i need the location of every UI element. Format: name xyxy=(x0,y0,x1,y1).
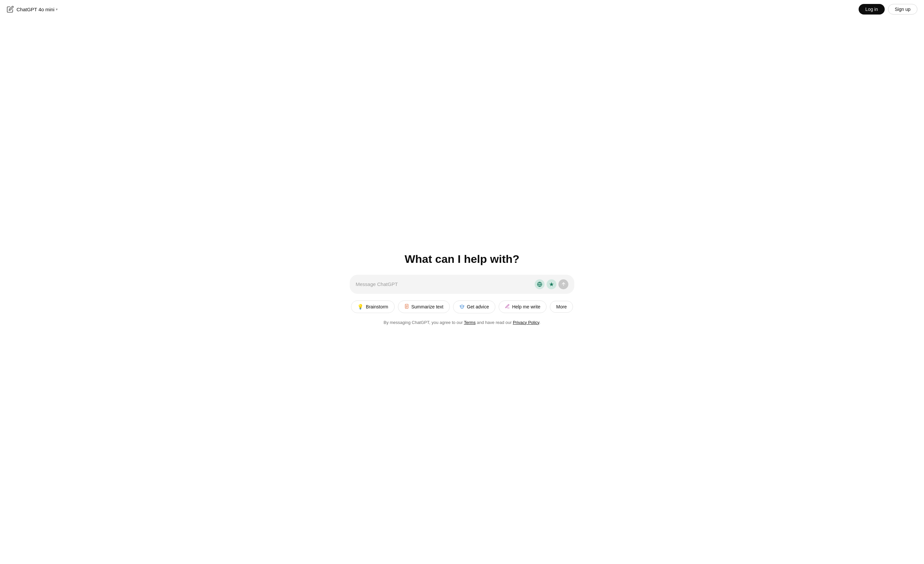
input-icons-group xyxy=(535,279,568,289)
message-input[interactable] xyxy=(356,281,531,287)
login-button[interactable]: Log in xyxy=(859,4,884,15)
headline: What can I help with? xyxy=(405,253,519,266)
pill-summarize-label: Summarize text xyxy=(411,304,444,309)
sparkle-button[interactable] xyxy=(546,279,556,289)
pill-summarize[interactable]: Summarize text xyxy=(398,300,450,313)
pill-write[interactable]: Help me write xyxy=(499,300,547,313)
top-header: ChatGPT 4o mini ▾ Log in Sign up xyxy=(0,0,924,18)
footer-prefix: By messaging ChatGPT, you agree to our xyxy=(384,320,464,325)
globe-button[interactable] xyxy=(535,279,544,289)
footer-disclaimer: By messaging ChatGPT, you agree to our T… xyxy=(384,320,541,325)
footer-suffix: . xyxy=(539,320,541,325)
pill-brainstorm[interactable]: 💡 Brainstorm xyxy=(351,300,394,313)
pill-more[interactable]: More xyxy=(550,301,573,313)
globe-icon xyxy=(537,282,542,287)
pill-write-label: Help me write xyxy=(512,304,541,309)
send-icon xyxy=(561,282,566,286)
auth-buttons: Log in Sign up xyxy=(859,4,917,15)
main-content: What can I help with? xyxy=(0,0,924,564)
bulb-icon: 💡 xyxy=(357,304,364,310)
send-button[interactable] xyxy=(558,279,568,289)
cap-icon xyxy=(459,304,465,310)
pill-advice-label: Get advice xyxy=(467,304,489,309)
pill-advice[interactable]: Get advice xyxy=(453,300,495,314)
model-name-text: ChatGPT 4o mini xyxy=(16,7,54,12)
sparkle-icon xyxy=(549,282,554,287)
model-name-label: ChatGPT 4o mini ▾ xyxy=(16,7,58,12)
model-selector[interactable]: ChatGPT 4o mini ▾ xyxy=(7,6,58,13)
signup-button[interactable]: Sign up xyxy=(888,4,917,15)
privacy-link[interactable]: Privacy Policy xyxy=(513,320,539,325)
doc-icon xyxy=(404,304,409,310)
pill-more-label: More xyxy=(556,304,567,309)
pill-brainstorm-label: Brainstorm xyxy=(366,304,388,309)
message-input-container xyxy=(350,275,574,294)
edit-icon xyxy=(7,6,14,13)
chevron-down-icon: ▾ xyxy=(56,7,58,12)
pencil-icon xyxy=(505,304,510,310)
footer-middle: and have read our xyxy=(476,320,513,325)
terms-link[interactable]: Terms xyxy=(464,320,476,325)
suggestion-pills: 💡 Brainstorm Summarize text Get xyxy=(351,300,573,314)
